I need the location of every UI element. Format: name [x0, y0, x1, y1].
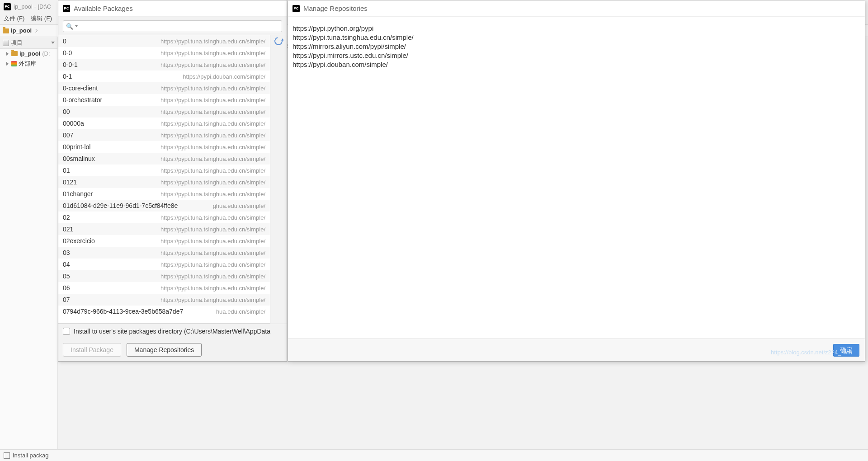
- package-row[interactable]: 00https://pypi.tuna.tsinghua.edu.cn/simp…: [58, 106, 270, 118]
- repository-item[interactable]: https://pypi.mirrors.ustc.edu.cn/simple/: [292, 51, 860, 60]
- package-row[interactable]: 0-0-1https://pypi.tuna.tsinghua.edu.cn/s…: [58, 59, 270, 71]
- package-name: 0: [63, 38, 66, 45]
- tree-expand-icon[interactable]: [6, 52, 9, 56]
- package-source: https://pypi.tuna.tsinghua.edu.cn/simple…: [160, 108, 265, 115]
- tree-expand-icon[interactable]: [6, 62, 9, 66]
- package-list[interactable]: 0https://pypi.tuna.tsinghua.edu.cn/simpl…: [58, 35, 270, 324]
- tree-item-label: 外部库: [19, 60, 36, 68]
- package-row[interactable]: 07https://pypi.tuna.tsinghua.edu.cn/simp…: [58, 294, 270, 306]
- package-row[interactable]: 01changerhttps://pypi.tuna.tsinghua.edu.…: [58, 188, 270, 200]
- dialog-titlebar[interactable]: PC Manage Repositories: [288, 0, 865, 17]
- package-row[interactable]: 0-1https://pypi.douban.com/simple/: [58, 71, 270, 82]
- package-name: 0-0-1: [63, 61, 78, 68]
- tree-item-external[interactable]: 外部库: [0, 58, 57, 69]
- package-row[interactable]: 0794d79c-966b-4113-9cea-3e5b658a7de7hua.…: [58, 306, 270, 317]
- package-row[interactable]: 00smalinuxhttps://pypi.tuna.tsinghua.edu…: [58, 153, 270, 165]
- pycharm-icon: PC: [4, 3, 11, 10]
- package-name: 0-0: [63, 49, 72, 56]
- package-source: https://pypi.tuna.tsinghua.edu.cn/simple…: [160, 155, 265, 162]
- project-pane-title: 项目: [11, 37, 23, 49]
- package-source: ghua.edu.cn/simple/: [213, 202, 265, 209]
- package-source: hua.edu.cn/simple/: [216, 308, 265, 315]
- package-source: https://pypi.tuna.tsinghua.edu.cn/simple…: [160, 167, 265, 174]
- breadcrumb-root[interactable]: ip_pool: [11, 24, 32, 37]
- tree-item-project[interactable]: ip_pool (D:: [0, 49, 57, 58]
- pycharm-icon: PC: [63, 5, 70, 12]
- button-label: Manage Repositories: [134, 346, 194, 353]
- package-name: 04: [63, 261, 70, 268]
- dialog-footer: 确定: [288, 339, 865, 361]
- package-name: 07: [63, 296, 70, 303]
- package-name: 01: [63, 167, 70, 174]
- package-row[interactable]: 01https://pypi.tuna.tsinghua.edu.cn/simp…: [58, 165, 270, 176]
- search-icon: 🔍: [66, 23, 73, 30]
- project-pane-header[interactable]: 项目: [0, 37, 57, 49]
- menu-edit[interactable]: 编辑 (E): [31, 14, 52, 24]
- status-bar: Install packag: [0, 449, 868, 461]
- dialog-title: Manage Repositories: [303, 5, 368, 12]
- package-row[interactable]: 06https://pypi.tuna.tsinghua.edu.cn/simp…: [58, 282, 270, 294]
- project-view-icon: [3, 40, 9, 46]
- project-pane[interactable]: 项目 ip_pool (D: 外部库: [0, 37, 58, 449]
- chevron-down-icon[interactable]: [51, 42, 55, 44]
- repository-item[interactable]: https://mirrors.aliyun.com/pypi/simple/: [292, 42, 860, 51]
- package-row[interactable]: 0-core-clienthttps://pypi.tuna.tsinghua.…: [58, 82, 270, 94]
- package-source: https://pypi.tuna.tsinghua.edu.cn/simple…: [160, 238, 265, 245]
- package-row[interactable]: 0https://pypi.tuna.tsinghua.edu.cn/simpl…: [58, 35, 270, 47]
- status-icon: [4, 452, 10, 459]
- package-source: https://pypi.tuna.tsinghua.edu.cn/simple…: [160, 226, 265, 233]
- tree-item-label: ip_pool: [19, 50, 40, 57]
- install-user-site-row[interactable]: Install to user's site packages director…: [58, 324, 287, 339]
- package-row[interactable]: 00000ahttps://pypi.tuna.tsinghua.edu.cn/…: [58, 118, 270, 129]
- ok-button[interactable]: 确定: [833, 344, 859, 357]
- ide-title-text: ip_pool - [D:\C: [14, 0, 51, 14]
- package-name: 0-orchestrator: [63, 96, 102, 103]
- package-name: 0-1: [63, 73, 72, 80]
- package-row[interactable]: 0121https://pypi.tuna.tsinghua.edu.cn/si…: [58, 176, 270, 188]
- package-name: 021: [63, 226, 73, 233]
- package-row[interactable]: 021https://pypi.tuna.tsinghua.edu.cn/sim…: [58, 223, 270, 235]
- package-source: https://pypi.tuna.tsinghua.edu.cn/simple…: [160, 179, 265, 186]
- package-name: 02exercicio: [63, 237, 95, 245]
- button-label: 确定: [840, 346, 853, 353]
- package-source: https://pypi.tuna.tsinghua.edu.cn/simple…: [160, 97, 265, 103]
- refresh-icon[interactable]: [273, 36, 284, 47]
- install-package-button: Install Package: [63, 343, 121, 357]
- repository-item[interactable]: https://pypi.tuna.tsinghua.edu.cn/simple…: [292, 33, 860, 42]
- package-row[interactable]: 01d61084-d29e-11e9-96d1-7c5cf84ffe8eghua…: [58, 200, 270, 212]
- folder-icon: [3, 28, 9, 33]
- package-source: https://pypi.tuna.tsinghua.edu.cn/simple…: [160, 261, 265, 268]
- package-name: 03: [63, 249, 70, 256]
- package-name: 007: [63, 132, 73, 139]
- chevron-down-icon[interactable]: [75, 25, 78, 27]
- checkbox-user-site[interactable]: [63, 328, 70, 335]
- tree-item-hint: (D:: [42, 50, 50, 57]
- repository-item[interactable]: https://pypi.python.org/pypi: [292, 24, 860, 33]
- package-row[interactable]: 04https://pypi.tuna.tsinghua.edu.cn/simp…: [58, 259, 270, 270]
- install-user-site-label: Install to user's site packages director…: [74, 328, 270, 335]
- status-text: Install packag: [13, 450, 49, 461]
- package-row[interactable]: 0-orchestratorhttps://pypi.tuna.tsinghua…: [58, 94, 270, 106]
- package-row[interactable]: 05https://pypi.tuna.tsinghua.edu.cn/simp…: [58, 270, 270, 282]
- package-name: 02: [63, 214, 70, 221]
- package-row[interactable]: 03https://pypi.tuna.tsinghua.edu.cn/simp…: [58, 247, 270, 259]
- repository-list[interactable]: https://pypi.python.org/pypihttps://pypi…: [288, 17, 865, 339]
- package-row[interactable]: 02https://pypi.tuna.tsinghua.edu.cn/simp…: [58, 212, 270, 223]
- package-source: https://pypi.tuna.tsinghua.edu.cn/simple…: [160, 144, 265, 151]
- package-row[interactable]: 0-0https://pypi.tuna.tsinghua.edu.cn/sim…: [58, 47, 270, 59]
- dialog-titlebar[interactable]: PC Available Packages: [58, 0, 287, 17]
- repository-item[interactable]: https://pypi.douban.com/simple/: [292, 60, 860, 69]
- package-row[interactable]: 02exerciciohttps://pypi.tuna.tsinghua.ed…: [58, 235, 270, 247]
- package-row[interactable]: 00print-lolhttps://pypi.tuna.tsinghua.ed…: [58, 141, 270, 153]
- package-name: 01d61084-d29e-11e9-96d1-7c5cf84ffe8e: [63, 202, 178, 209]
- package-source: https://pypi.tuna.tsinghua.edu.cn/simple…: [160, 273, 265, 280]
- package-source: https://pypi.tuna.tsinghua.edu.cn/simple…: [160, 85, 265, 92]
- menu-file[interactable]: 文件 (F): [4, 14, 24, 24]
- button-label: Install Package: [71, 346, 113, 353]
- package-source: https://pypi.douban.com/simple/: [183, 73, 265, 80]
- manage-repositories-button[interactable]: Manage Repositories: [127, 343, 202, 357]
- package-row[interactable]: 007https://pypi.tuna.tsinghua.edu.cn/sim…: [58, 129, 270, 141]
- package-source: https://pypi.tuna.tsinghua.edu.cn/simple…: [160, 50, 265, 56]
- search-input[interactable]: 🔍: [63, 20, 282, 32]
- package-name: 0121: [63, 179, 77, 186]
